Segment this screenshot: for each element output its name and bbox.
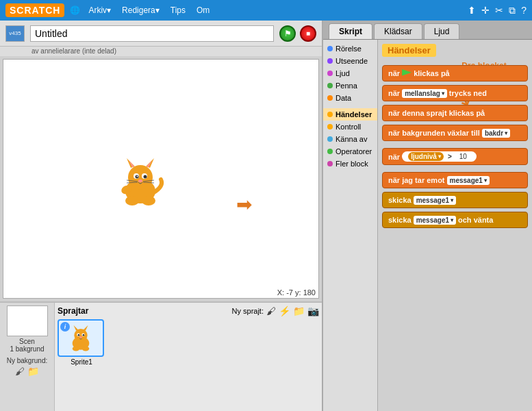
title-controls: ⚑ ■: [279, 25, 316, 42]
scene-thumbnail: [7, 306, 48, 336]
categories-panel: Rörelse Utseende Ljud Penna Data: [323, 40, 378, 411]
block-when-loudness[interactable]: när ljudnivå > 10: [382, 148, 528, 165]
sprites-panel-title: Sprajtar: [58, 306, 88, 316]
category-events[interactable]: Händelser: [323, 108, 377, 121]
script-tabs: Skript Klädsar Ljud: [323, 21, 532, 40]
nav-redigera[interactable]: Redigera▾: [119, 4, 162, 16]
new-sprite-label: Ny sprajt:: [232, 307, 264, 315]
stage-area: ➡ X: -7 y: 180: [3, 59, 319, 299]
svg-point-29: [82, 346, 90, 351]
svg-point-26: [83, 334, 85, 336]
scratch-logo[interactable]: SCRATCH: [5, 3, 64, 17]
block-when-sprite-clicked[interactable]: när denna sprajt klickas på: [382, 105, 528, 121]
folder-icon[interactable]: 📁: [27, 366, 39, 377]
nav-arkiv[interactable]: Arkiv▾: [86, 4, 114, 16]
cat-sprite: [113, 155, 168, 210]
cursor-icon[interactable]: ✛: [481, 5, 490, 16]
left-panel: v435 ⚑ ■ av annelielarare (inte delad): [0, 21, 322, 411]
right-panel: Skript Klädsar Ljud Rörelse Utseende Lju…: [322, 21, 532, 411]
sprite-info-icon[interactable]: i: [60, 322, 70, 332]
new-sprite-camera-icon[interactable]: 📷: [307, 306, 319, 316]
blocks-panel: Dra blockettill scriptytan. ↙ Händelser …: [378, 40, 532, 411]
sprite-name-label: Sprite1: [58, 358, 105, 366]
block-broadcast[interactable]: skicka message1: [382, 192, 528, 208]
project-subtitle: av annelielarare (inte delad): [0, 47, 322, 56]
svg-point-10: [137, 176, 138, 177]
category-pen[interactable]: Penna: [323, 79, 377, 92]
block-when-key[interactable]: när mellanslag trycks ned: [382, 85, 528, 101]
sprites-list-area: Sprajtar Ny sprajt: 🖌 ⚡ 📁 📷 i: [55, 303, 322, 411]
svg-point-20: [74, 328, 87, 341]
scene-label: Scen1 bakgrund: [10, 338, 44, 353]
svg-point-11: [138, 179, 142, 182]
red-stop-button[interactable]: ■: [300, 25, 316, 42]
svg-marker-21: [73, 325, 78, 330]
loudness-oval[interactable]: ljudnivå > 10: [402, 151, 477, 162]
blocks-area: Rörelse Utseende Ljud Penna Data: [323, 40, 532, 411]
topbar: SCRATCH 🌐 Arkiv▾ Redigera▾ Tips Om ⬆ ✛ ✂…: [0, 0, 532, 21]
new-sprite-upload-icon[interactable]: 📁: [293, 306, 305, 316]
scene-panel: Scen1 bakgrund Ny bakgrund: 🖌 📁: [0, 303, 55, 411]
sprite-grid: i: [58, 319, 319, 366]
block-when-backdrop[interactable]: när bakgrunden växlar till bakdr: [382, 125, 528, 141]
copy-icon[interactable]: ⧉: [509, 5, 516, 16]
svg-point-27: [79, 336, 82, 338]
loudness-dropdown[interactable]: ljudnivå: [408, 152, 444, 161]
svg-point-28: [73, 346, 80, 351]
project-title-input[interactable]: [30, 25, 274, 42]
new-sprite-paint-icon[interactable]: 🖌: [266, 306, 276, 316]
message-broadcast-wait-dropdown[interactable]: message1: [414, 216, 456, 225]
sprite-preview-thumbnail: v435: [5, 25, 25, 42]
paint-icon[interactable]: 🖌: [15, 366, 25, 377]
sprites-area: Scen1 bakgrund Ny bakgrund: 🖌 📁 Sprajtar…: [0, 301, 322, 411]
block-when-flag[interactable]: när klickas på: [382, 65, 528, 82]
svg-point-16: [125, 196, 139, 206]
message-broadcast-dropdown[interactable]: message1: [414, 196, 456, 205]
category-data[interactable]: Data: [323, 92, 377, 104]
top-icon-area: ⬆ ✛ ✂ ⧉ ?: [468, 5, 527, 16]
message-receive-dropdown[interactable]: message1: [447, 176, 490, 185]
globe-icon[interactable]: 🌐: [70, 5, 80, 15]
new-sprite-random-icon[interactable]: ⚡: [279, 306, 290, 316]
new-background-icons: 🖌 📁: [15, 366, 39, 377]
blocks-section-title: Händelser: [382, 44, 436, 57]
new-sprite-controls: Ny sprajt: 🖌 ⚡ 📁 📷: [232, 306, 319, 316]
category-sensing[interactable]: Känna av: [323, 133, 377, 145]
tab-sounds[interactable]: Ljud: [424, 23, 460, 39]
loudness-value[interactable]: 10: [456, 152, 470, 161]
svg-point-9: [144, 175, 147, 179]
main-area: v435 ⚑ ■ av annelielarare (inte delad): [0, 21, 532, 411]
nav-om[interactable]: Om: [194, 4, 212, 16]
new-background-label: Ny bakgrund:: [7, 357, 47, 364]
nav-tips[interactable]: Tips: [168, 4, 188, 16]
category-sound[interactable]: Ljud: [323, 67, 377, 79]
backdrop-dropdown[interactable]: bakdr: [482, 129, 510, 138]
upload-icon[interactable]: ⬆: [468, 5, 476, 16]
title-bar: v435 ⚑ ■: [0, 21, 322, 47]
block-when-receive[interactable]: när jag tar emot message1: [382, 172, 528, 188]
svg-point-17: [142, 196, 155, 206]
help-icon[interactable]: ?: [521, 5, 527, 16]
svg-point-25: [78, 334, 80, 336]
svg-marker-22: [84, 325, 88, 330]
category-looks[interactable]: Utseende: [323, 55, 377, 67]
key-dropdown[interactable]: mellanslag: [402, 89, 447, 98]
block-broadcast-wait[interactable]: skicka message1 och vänta: [382, 212, 528, 228]
sprites-header: Sprajtar Ny sprajt: 🖌 ⚡ 📁 📷: [58, 306, 319, 316]
stage-arrow: ➡: [236, 193, 252, 216]
category-motion[interactable]: Rörelse: [323, 42, 377, 55]
category-operators[interactable]: Operatorer: [323, 145, 377, 158]
coordinates-display: X: -7 y: 180: [277, 288, 316, 297]
svg-point-1: [128, 165, 153, 190]
sprite-item[interactable]: i: [58, 319, 105, 366]
green-flag-button[interactable]: ⚑: [279, 25, 296, 42]
category-more[interactable]: Fler block: [323, 158, 377, 170]
scissors-icon[interactable]: ✂: [495, 5, 503, 16]
category-control[interactable]: Kontroll: [323, 121, 377, 133]
tab-costumes[interactable]: Klädsar: [374, 23, 422, 39]
tab-script[interactable]: Skript: [329, 23, 372, 39]
sprite-thumbnail: i: [58, 319, 104, 357]
